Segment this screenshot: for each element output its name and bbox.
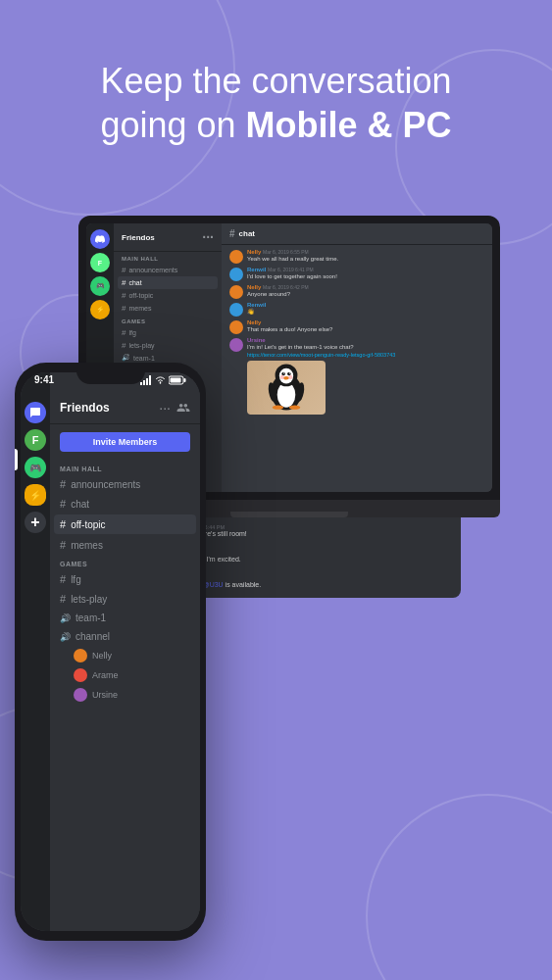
chat-channel-header: # chat — [222, 223, 492, 245]
message-content: Nelly Mar 6, 2019 6:42 PM Anyone around? — [247, 284, 484, 299]
svg-rect-15 — [140, 382, 142, 385]
message-text: Yeah we all had a really great time. — [247, 256, 484, 264]
phone-channel-lfg[interactable]: # lfg — [50, 569, 200, 589]
channel-item-memes[interactable]: # memes — [114, 302, 222, 315]
phone-voice-user-ursine: Ursine — [50, 685, 200, 705]
phone-channel-chat[interactable]: # chat — [50, 494, 200, 514]
channels-header-desktop: Friendos ··· — [114, 223, 222, 252]
svg-point-5 — [287, 372, 291, 376]
svg-point-13 — [280, 375, 284, 379]
signal-icon — [140, 375, 152, 385]
user-avatar — [74, 649, 87, 662]
hash-icon: # — [122, 341, 125, 350]
phone-channel-off-topic-active[interactable]: # off-topic — [54, 514, 196, 534]
header-line2-regular: going on — [100, 105, 245, 145]
channel-name: announcements — [71, 479, 140, 490]
channel-name: team-1 — [75, 612, 106, 623]
channel-item-lets-play[interactable]: # lets-play — [114, 339, 222, 352]
message-content: Renwil Mar 6, 2019 6:41 PM I'd love to g… — [247, 267, 484, 281]
channel-name: chat — [71, 499, 89, 510]
user-avatar — [74, 688, 87, 702]
phone-channels-panel: Friendos ··· Invite Members MAIN HALL # … — [50, 372, 200, 931]
header-line2-bold: Mobile & PC — [246, 105, 452, 145]
phone-device: 9:41 — [15, 363, 206, 941]
channel-name: lfg — [71, 574, 81, 585]
channel-name: lets-play — [128, 342, 154, 349]
message-row: Nelly Mar 6, 2019 6:42 PM Anyone around? — [229, 284, 484, 299]
svg-point-7 — [289, 373, 290, 374]
channel-item-announcements[interactable]: # announcements — [114, 264, 222, 276]
svg-point-14 — [288, 375, 292, 379]
section-main-hall: MAIN HALL — [114, 252, 222, 264]
svg-point-9 — [273, 406, 283, 410]
svg-point-10 — [289, 406, 300, 410]
hash-icon: # — [60, 498, 66, 510]
ellipsis-menu-icon[interactable]: ··· — [159, 400, 171, 416]
phone-home-icon[interactable] — [25, 402, 46, 423]
channel-name: memes — [128, 305, 151, 312]
channel-name: channel — [75, 631, 110, 642]
chat-hash-icon: # — [229, 228, 235, 239]
user-name: Ursine — [92, 690, 118, 700]
svg-rect-16 — [143, 380, 145, 385]
avatar — [229, 285, 243, 299]
svg-point-8 — [283, 376, 289, 380]
hash-icon: # — [60, 478, 66, 490]
channel-item-lfg[interactable]: # lfg — [114, 326, 222, 339]
channel-name: memes — [71, 540, 103, 551]
hash-icon: # — [122, 291, 125, 300]
message-row: Renwil Mar 6, 2019 6:41 PM I'd love to g… — [229, 267, 484, 281]
message-author: Ursine — [247, 337, 484, 343]
phone-server-gold[interactable]: ⚡ — [25, 484, 46, 506]
message-content: Nelly That makes a duo! Anyone else? — [247, 319, 484, 334]
message-text: Anyone around? — [247, 291, 484, 299]
phone-channel-announcements[interactable]: # announcements — [50, 474, 200, 494]
message-author: Renwil Mar 6, 2019 6:41 PM — [247, 267, 484, 272]
phone-channel-team-1[interactable]: 🔊 team-1 — [50, 609, 200, 627]
channel-name-chat: chat — [128, 279, 141, 286]
message-text: I'd love to get together again soon! — [247, 273, 484, 281]
section-games: GAMES — [114, 315, 222, 326]
hash-icon: # — [60, 539, 66, 551]
phone-body: 9:41 — [15, 363, 206, 941]
channel-name: team-1 — [133, 355, 155, 362]
phone-server-name: Friendos — [60, 401, 110, 415]
message-author: Nelly Mar 6, 2019 6:55 PM — [247, 249, 484, 255]
svg-rect-17 — [146, 378, 148, 385]
message-content: Renwil 👋 — [247, 302, 484, 317]
server-icon-f: F — [90, 253, 110, 272]
channel-name: announcements — [128, 267, 177, 273]
message-row: Ursine I'm in! Let's get in the team-1 v… — [229, 337, 484, 415]
user-name: Arame — [92, 670, 119, 680]
status-time: 9:41 — [34, 374, 54, 385]
hash-icon: # — [122, 266, 125, 274]
server-icon-discord — [90, 229, 110, 249]
phone-invite-button[interactable]: Invite Members — [60, 432, 190, 452]
chat-messages-desktop: Nelly Mar 6, 2019 6:55 PM Yeah we all ha… — [222, 245, 492, 492]
channel-item-off-topic[interactable]: # off-topic — [114, 289, 222, 302]
avatar — [229, 268, 243, 281]
chat-channel-name: chat — [239, 229, 255, 238]
channel-name: lets-play — [71, 594, 107, 605]
user-name: Nelly — [92, 651, 112, 661]
header-section: Keep the conversation going on Mobile & … — [0, 59, 552, 147]
phone-server-f[interactable]: F — [25, 429, 46, 451]
avatar — [229, 303, 243, 317]
wifi-icon — [155, 375, 166, 384]
phone-add-server[interactable]: + — [25, 512, 46, 533]
channel-item-chat-active[interactable]: # chat — [118, 276, 218, 289]
phone-server-sims[interactable]: 🎮 — [25, 457, 46, 478]
phone-channel-memes[interactable]: # memes — [50, 535, 200, 555]
message-text: I'm in! Let's get in the team-1 voice ch… — [247, 344, 484, 352]
phone-section-main-hall: MAIN HALL — [50, 460, 200, 474]
hash-icon: # — [122, 328, 125, 337]
speaker-icon: 🔊 — [60, 613, 71, 623]
phone-channel-lets-play[interactable]: # lets-play — [50, 589, 200, 609]
server-menu-dots[interactable]: ··· — [202, 229, 214, 245]
members-icon[interactable] — [176, 401, 190, 415]
header-line1: Keep the conversation — [100, 61, 451, 101]
message-image — [247, 361, 326, 415]
message-text: That makes a duo! Anyone else? — [247, 326, 484, 334]
phone-server-rail: F 🎮 ⚡ + — [21, 372, 50, 931]
phone-channel-channel[interactable]: 🔊 channel — [50, 627, 200, 646]
